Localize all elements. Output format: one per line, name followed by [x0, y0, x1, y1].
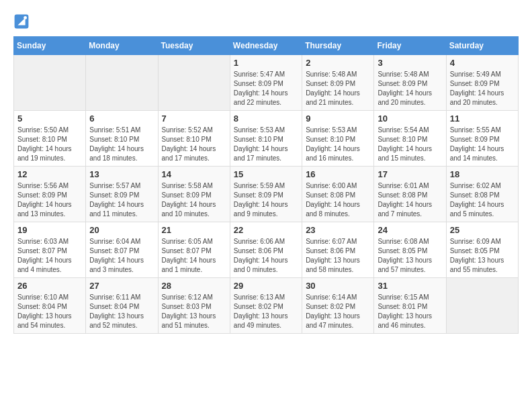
- calendar-cell: 22Sunrise: 6:06 AM Sunset: 8:06 PM Dayli…: [230, 222, 302, 278]
- day-info: Sunrise: 5:51 AM Sunset: 8:10 PM Dayligh…: [89, 126, 154, 163]
- day-number: 19: [17, 225, 82, 235]
- day-number: 14: [162, 169, 226, 179]
- day-info: Sunrise: 5:56 AM Sunset: 8:09 PM Dayligh…: [17, 181, 82, 219]
- calendar-cell: 27Sunrise: 6:11 AM Sunset: 8:04 PM Dayli…: [86, 278, 158, 334]
- day-number: 3: [378, 58, 442, 68]
- calendar-cell: 1Sunrise: 5:47 AM Sunset: 8:09 PM Daylig…: [230, 55, 302, 111]
- calendar-cell: 19Sunrise: 6:03 AM Sunset: 8:07 PM Dayli…: [14, 222, 86, 278]
- page-header: [13, 13, 519, 30]
- day-info: Sunrise: 5:47 AM Sunset: 8:09 PM Dayligh…: [234, 70, 298, 107]
- calendar-cell: 23Sunrise: 6:07 AM Sunset: 8:06 PM Dayli…: [302, 222, 374, 278]
- day-number: 13: [89, 169, 154, 179]
- calendar-cell: 21Sunrise: 6:05 AM Sunset: 8:07 PM Dayli…: [158, 222, 230, 278]
- calendar-week-2: 5Sunrise: 5:50 AM Sunset: 8:10 PM Daylig…: [14, 111, 519, 167]
- calendar-cell: [446, 278, 518, 334]
- day-number: 1: [234, 58, 298, 68]
- day-number: 12: [17, 169, 82, 179]
- day-info: Sunrise: 6:14 AM Sunset: 8:02 PM Dayligh…: [306, 293, 370, 330]
- calendar-cell: 20Sunrise: 6:04 AM Sunset: 8:07 PM Dayli…: [86, 222, 158, 278]
- calendar-cell: 17Sunrise: 6:01 AM Sunset: 8:08 PM Dayli…: [374, 167, 446, 222]
- day-info: Sunrise: 5:50 AM Sunset: 8:10 PM Dayligh…: [17, 126, 82, 163]
- day-number: 9: [306, 113, 370, 124]
- day-number: 28: [162, 281, 226, 291]
- day-number: 17: [378, 169, 442, 179]
- logo: [13, 13, 32, 30]
- calendar-cell: 13Sunrise: 5:57 AM Sunset: 8:09 PM Dayli…: [86, 167, 158, 222]
- day-number: 2: [306, 58, 370, 68]
- day-info: Sunrise: 6:09 AM Sunset: 8:05 PM Dayligh…: [450, 237, 515, 275]
- calendar-week-4: 19Sunrise: 6:03 AM Sunset: 8:07 PM Dayli…: [14, 222, 519, 278]
- calendar-cell: 10Sunrise: 5:54 AM Sunset: 8:10 PM Dayli…: [374, 111, 446, 167]
- calendar-cell: 2Sunrise: 5:48 AM Sunset: 8:09 PM Daylig…: [302, 55, 374, 111]
- day-number: 11: [450, 113, 515, 124]
- calendar-cell: 18Sunrise: 6:02 AM Sunset: 8:08 PM Dayli…: [446, 167, 518, 222]
- calendar-cell: 12Sunrise: 5:56 AM Sunset: 8:09 PM Dayli…: [14, 167, 86, 222]
- day-number: 29: [234, 281, 298, 291]
- day-info: Sunrise: 6:10 AM Sunset: 8:04 PM Dayligh…: [17, 293, 82, 330]
- weekday-header-tuesday: Tuesday: [158, 37, 230, 55]
- day-info: Sunrise: 6:12 AM Sunset: 8:03 PM Dayligh…: [162, 293, 226, 330]
- day-info: Sunrise: 5:49 AM Sunset: 8:09 PM Dayligh…: [450, 70, 515, 107]
- calendar-table: SundayMondayTuesdayWednesdayThursdayFrid…: [13, 36, 519, 334]
- calendar-week-3: 12Sunrise: 5:56 AM Sunset: 8:09 PM Dayli…: [14, 167, 519, 222]
- day-info: Sunrise: 6:13 AM Sunset: 8:02 PM Dayligh…: [234, 293, 298, 330]
- day-number: 10: [378, 113, 442, 124]
- weekday-header-sunday: Sunday: [14, 37, 86, 55]
- calendar-cell: [86, 55, 158, 111]
- day-number: 16: [306, 169, 370, 179]
- calendar-week-5: 26Sunrise: 6:10 AM Sunset: 8:04 PM Dayli…: [14, 278, 519, 334]
- weekday-header-saturday: Saturday: [446, 37, 518, 55]
- day-info: Sunrise: 5:53 AM Sunset: 8:10 PM Dayligh…: [306, 126, 370, 163]
- calendar-cell: 15Sunrise: 5:59 AM Sunset: 8:09 PM Dayli…: [230, 167, 302, 222]
- day-info: Sunrise: 6:05 AM Sunset: 8:07 PM Dayligh…: [162, 237, 226, 275]
- day-info: Sunrise: 6:11 AM Sunset: 8:04 PM Dayligh…: [89, 293, 154, 330]
- day-number: 22: [234, 225, 298, 235]
- day-info: Sunrise: 5:48 AM Sunset: 8:09 PM Dayligh…: [306, 70, 370, 107]
- calendar-cell: 5Sunrise: 5:50 AM Sunset: 8:10 PM Daylig…: [14, 111, 86, 167]
- weekday-header-wednesday: Wednesday: [230, 37, 302, 55]
- calendar-cell: [14, 55, 86, 111]
- day-number: 20: [89, 225, 154, 235]
- calendar-cell: 8Sunrise: 5:53 AM Sunset: 8:10 PM Daylig…: [230, 111, 302, 167]
- day-number: 21: [162, 225, 226, 235]
- day-number: 18: [450, 169, 515, 179]
- day-info: Sunrise: 6:08 AM Sunset: 8:05 PM Dayligh…: [378, 237, 442, 275]
- calendar-cell: 26Sunrise: 6:10 AM Sunset: 8:04 PM Dayli…: [14, 278, 86, 334]
- calendar-week-1: 1Sunrise: 5:47 AM Sunset: 8:09 PM Daylig…: [14, 55, 519, 111]
- day-number: 4: [450, 58, 515, 68]
- day-number: 25: [450, 225, 515, 235]
- calendar-header-row: SundayMondayTuesdayWednesdayThursdayFrid…: [14, 37, 519, 55]
- day-number: 15: [234, 169, 298, 179]
- day-info: Sunrise: 6:01 AM Sunset: 8:08 PM Dayligh…: [378, 181, 442, 219]
- calendar-cell: 30Sunrise: 6:14 AM Sunset: 8:02 PM Dayli…: [302, 278, 374, 334]
- calendar-cell: 3Sunrise: 5:48 AM Sunset: 8:09 PM Daylig…: [374, 55, 446, 111]
- day-number: 23: [306, 225, 370, 235]
- weekday-header-monday: Monday: [86, 37, 158, 55]
- day-number: 7: [162, 113, 226, 124]
- day-number: 8: [234, 113, 298, 124]
- day-info: Sunrise: 5:59 AM Sunset: 8:09 PM Dayligh…: [234, 181, 298, 219]
- calendar-cell: 24Sunrise: 6:08 AM Sunset: 8:05 PM Dayli…: [374, 222, 446, 278]
- calendar-cell: 11Sunrise: 5:55 AM Sunset: 8:09 PM Dayli…: [446, 111, 518, 167]
- day-number: 30: [306, 281, 370, 291]
- day-info: Sunrise: 6:04 AM Sunset: 8:07 PM Dayligh…: [89, 237, 154, 275]
- day-info: Sunrise: 6:00 AM Sunset: 8:08 PM Dayligh…: [306, 181, 370, 219]
- calendar-cell: 14Sunrise: 5:58 AM Sunset: 8:09 PM Dayli…: [158, 167, 230, 222]
- calendar-cell: 6Sunrise: 5:51 AM Sunset: 8:10 PM Daylig…: [86, 111, 158, 167]
- day-number: 27: [89, 281, 154, 291]
- day-number: 5: [17, 113, 82, 124]
- weekday-header-friday: Friday: [374, 37, 446, 55]
- day-info: Sunrise: 6:02 AM Sunset: 8:08 PM Dayligh…: [450, 181, 515, 219]
- calendar-cell: [158, 55, 230, 111]
- calendar-cell: 4Sunrise: 5:49 AM Sunset: 8:09 PM Daylig…: [446, 55, 518, 111]
- calendar-cell: 7Sunrise: 5:52 AM Sunset: 8:10 PM Daylig…: [158, 111, 230, 167]
- day-info: Sunrise: 5:48 AM Sunset: 8:09 PM Dayligh…: [378, 70, 442, 107]
- day-number: 26: [17, 281, 82, 291]
- day-info: Sunrise: 6:06 AM Sunset: 8:06 PM Dayligh…: [234, 237, 298, 275]
- day-number: 6: [89, 113, 154, 124]
- day-info: Sunrise: 5:54 AM Sunset: 8:10 PM Dayligh…: [378, 126, 442, 163]
- svg-point-2: [24, 16, 27, 19]
- day-info: Sunrise: 5:53 AM Sunset: 8:10 PM Dayligh…: [234, 126, 298, 163]
- calendar-cell: 31Sunrise: 6:15 AM Sunset: 8:01 PM Dayli…: [374, 278, 446, 334]
- calendar-cell: 29Sunrise: 6:13 AM Sunset: 8:02 PM Dayli…: [230, 278, 302, 334]
